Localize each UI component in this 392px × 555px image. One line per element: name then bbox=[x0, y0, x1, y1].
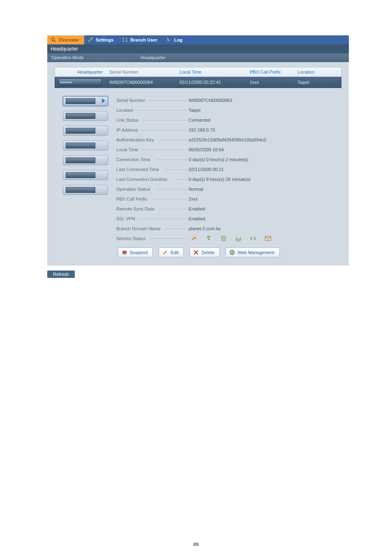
operation-mode-value: Headquarter bbox=[141, 55, 166, 60]
svg-rect-10 bbox=[122, 251, 127, 254]
col-pbx-prefix[interactable]: PBX Call Prefix bbox=[247, 69, 294, 74]
edit-button[interactable]: Edit bbox=[159, 247, 184, 257]
detail-label: IP Address bbox=[116, 127, 189, 132]
detail-row: PBX Call Prefix2xxx bbox=[116, 194, 341, 204]
detail-row: Local Time06/05/2009 18:54 bbox=[116, 145, 341, 155]
detail-row: Connection Time0 day(s) 0 hour(s) 2 minu… bbox=[116, 155, 341, 164]
detail-row: Link StatusConnected bbox=[116, 115, 341, 125]
tools-icon bbox=[88, 37, 93, 43]
row-serial: W80087CN00000064 bbox=[106, 80, 176, 85]
magnifier-icon bbox=[51, 37, 56, 43]
detail-row: Authentication Keya32252fe12d09af4354390… bbox=[116, 135, 341, 145]
shield-icon bbox=[220, 235, 227, 242]
detail-value: 0 day(s) 9 hour(s) 28 minute(s) bbox=[189, 177, 251, 182]
mail-icon bbox=[264, 235, 272, 242]
tab-overview-label: Overview bbox=[59, 37, 79, 42]
svg-point-3 bbox=[122, 38, 124, 39]
branch-slot[interactable] bbox=[63, 170, 108, 180]
web-management-button-label: Web Management bbox=[238, 250, 274, 255]
detail-label: Service Status bbox=[116, 236, 189, 241]
detail-label: SSL VPN bbox=[116, 216, 189, 221]
detail-label: Operation Status bbox=[116, 187, 189, 192]
edit-button-icon bbox=[162, 250, 168, 255]
tab-log-label: Log bbox=[174, 37, 182, 42]
branch-slot[interactable] bbox=[63, 96, 108, 106]
detail-value: Normal bbox=[189, 187, 203, 192]
svg-point-8 bbox=[236, 236, 240, 238]
branch-slot[interactable] bbox=[63, 111, 108, 121]
detail-value: W80087CN00000063 bbox=[189, 98, 232, 103]
delete-button[interactable]: Delete bbox=[189, 247, 220, 257]
detail-label: Last Connected Time bbox=[116, 167, 189, 172]
detail-label: Branch Domain Name bbox=[116, 226, 189, 231]
table-row[interactable]: W80087CN00000064 02/11/2000 05:22:41 1xx… bbox=[55, 77, 341, 88]
svg-point-6 bbox=[126, 40, 127, 42]
svg-rect-11 bbox=[122, 253, 127, 254]
detail-value: 2xxx bbox=[189, 197, 198, 201]
svg-point-5 bbox=[122, 40, 124, 42]
tab-log[interactable]: Log bbox=[163, 35, 188, 44]
col-location[interactable]: Location bbox=[294, 69, 341, 74]
detail-label: PBX Call Prefix bbox=[116, 197, 189, 201]
tab-settings[interactable]: Settings bbox=[84, 35, 119, 44]
network-nodes-icon bbox=[122, 37, 128, 43]
signal-icon bbox=[205, 235, 212, 242]
service-status-icons bbox=[190, 235, 272, 242]
detail-row-service-status: Service Status bbox=[116, 234, 341, 243]
table-header: Headquarter Serial Number Local Time PBX… bbox=[55, 67, 341, 77]
wrench-icon bbox=[190, 235, 198, 242]
branch-slot[interactable] bbox=[63, 126, 108, 136]
tab-overview[interactable]: Overview bbox=[47, 35, 84, 44]
web-management-button[interactable]: Web Management bbox=[226, 247, 280, 257]
detail-panel: Serial NumberW80087CN00000063LocationTai… bbox=[116, 95, 341, 257]
detail-label: Remote Sync Data bbox=[116, 206, 189, 211]
detail-row: IP Address192.168.0.73 bbox=[116, 125, 341, 135]
detail-value: 0 day(s) 0 hour(s) 2 minute(s) bbox=[189, 157, 248, 162]
refresh-button[interactable]: Refresh bbox=[47, 271, 75, 278]
detail-label: Link Status bbox=[116, 118, 189, 123]
row-local-time: 02/11/2000 05:22:41 bbox=[176, 80, 247, 85]
tab-branch-user-label: Branch User bbox=[130, 37, 157, 42]
disk-icon bbox=[235, 235, 242, 242]
detail-row: Remote Sync DataEnabled bbox=[116, 204, 341, 214]
detail-value: Enabled bbox=[189, 216, 205, 221]
detail-value: 02/11/2000 05:21 bbox=[189, 167, 224, 172]
suspend-button[interactable]: Suspend bbox=[118, 247, 153, 257]
delete-button-icon bbox=[193, 250, 199, 255]
web-management-button-icon bbox=[229, 250, 235, 255]
branch-slot[interactable] bbox=[63, 141, 108, 150]
detail-value: Enabled bbox=[189, 206, 205, 211]
detail-row: Last Connection Duration0 day(s) 9 hour(… bbox=[116, 174, 341, 184]
cursor-icon bbox=[166, 37, 172, 43]
detail-value: Taipei bbox=[189, 108, 201, 113]
detail-value: 06/05/2009 18:54 bbox=[189, 147, 224, 152]
tab-settings-label: Settings bbox=[96, 37, 113, 42]
branch-slot[interactable] bbox=[63, 155, 108, 165]
suspend-button-label: Suspend bbox=[130, 250, 148, 255]
col-serial: Serial Number bbox=[106, 69, 176, 74]
row-pbx-prefix: 1xxx bbox=[247, 80, 294, 85]
detail-value: 192.168.0.73 bbox=[189, 127, 215, 132]
svg-line-1 bbox=[54, 41, 56, 42]
device-chip-icon bbox=[58, 79, 102, 86]
tab-bar: Overview Settings Branch User Log bbox=[47, 35, 349, 44]
branch-slot[interactable] bbox=[63, 185, 108, 195]
col-headquarter[interactable]: Headquarter bbox=[55, 69, 106, 74]
detail-value: planet-2.com.tw bbox=[189, 226, 221, 231]
col-local-time[interactable]: Local Time bbox=[176, 69, 247, 74]
detail-value: Connected bbox=[189, 118, 210, 123]
page-title: Headquarter bbox=[47, 44, 349, 53]
tab-filler bbox=[188, 35, 349, 44]
content-area: Headquarter Serial Number Local Time PBX… bbox=[47, 62, 349, 266]
detail-row: Last Connected Time02/11/2000 05:21 bbox=[116, 164, 341, 174]
detail-label: Local Time bbox=[116, 147, 189, 152]
tab-branch-user[interactable]: Branch User bbox=[119, 35, 162, 44]
delete-button-label: Delete bbox=[201, 250, 214, 255]
detail-row: Operation StatusNormal bbox=[116, 184, 341, 194]
expand-arrow-icon bbox=[102, 98, 105, 103]
device-thumb-cell bbox=[55, 79, 106, 86]
svg-point-4 bbox=[126, 38, 127, 39]
detail-label: Last Connection Duration bbox=[116, 177, 189, 182]
detail-label: Location bbox=[116, 108, 189, 113]
detail-row: Branch Domain Nameplanet-2.com.tw bbox=[116, 224, 341, 234]
